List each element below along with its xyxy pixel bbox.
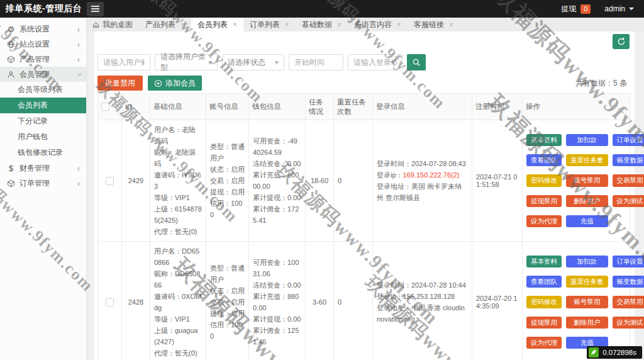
sidebar-item-wallet-change-records[interactable]: 钱包修改记录 <box>0 145 86 160</box>
account-input[interactable] <box>97 54 150 70</box>
set-as-test-button[interactable]: 设为测试 <box>613 317 644 329</box>
set-as-agent-button[interactable]: 设为代理 <box>526 337 562 349</box>
user-menu[interactable]: admin <box>604 4 634 13</box>
sidebar-item-member-level-list[interactable]: 会员等级列表 <box>0 82 86 98</box>
adjust-balance-button[interactable]: 加扣款 <box>566 256 608 267</box>
sidebar-group-site-settings[interactable]: 站点设置‹ <box>0 37 86 52</box>
sidebar-group-label: 产品管理 <box>19 54 50 65</box>
wallet-info-cell: 可用资金：-4940264.59冻结资金：0.00累计充值：60000.00累计… <box>249 120 306 242</box>
set-as-test-button[interactable]: 设为测试 <box>613 195 644 207</box>
info-line: 邀请码：IY9D63 <box>154 169 202 192</box>
sidebar-group-finance-manage[interactable]: $财务管理‹ <box>0 160 86 176</box>
recharge-button[interactable]: 充值 <box>566 215 608 227</box>
info-line: 信用：1000 <box>210 198 245 220</box>
sidebar-group-system-settings[interactable]: ⚙系统设置‹ <box>0 21 86 37</box>
info-line: 代理：暂无(0) <box>154 347 202 359</box>
delete-user-button[interactable]: 删除用户 <box>566 317 608 329</box>
order-settings-button[interactable]: 订单设置 <box>613 256 644 267</box>
close-tab-icon[interactable]: × <box>449 21 453 28</box>
status-select[interactable]: 请选择状态 ▼ <box>222 54 284 70</box>
sidebar-group-member-manage[interactable]: 会员管理‹ <box>0 67 86 82</box>
add-member-button[interactable]: 添加会员 <box>148 76 202 91</box>
sidebar-submenu: 会员等级列表会员列表下分记录用户钱包钱包修改记录 <box>0 82 86 160</box>
column-header: 登录信息 <box>373 94 472 120</box>
select-all-checkbox[interactable] <box>101 103 109 111</box>
withdraw-link[interactable]: 提现 0 <box>561 4 591 14</box>
batch-disable-button[interactable]: 批量禁用 <box>97 76 143 91</box>
reset-task-quota-button[interactable]: 重置任务量 <box>566 276 608 288</box>
sidebar-item-user-wallet[interactable]: 用户钱包 <box>0 129 86 145</box>
row-checkbox[interactable] <box>106 177 114 185</box>
disable-account-button[interactable]: 账号禁用 <box>566 174 608 186</box>
chevron-icon: ‹ <box>77 179 80 188</box>
column-header: 账号信息 <box>206 94 249 120</box>
register-time-cell: 2024-07-21 01:51:58 <box>472 120 523 242</box>
adjust-balance-button[interactable]: 加扣款 <box>566 134 608 146</box>
info-line: 昵称：DD650866 <box>154 268 202 291</box>
info-line: 累计充值：8800.00 <box>253 291 301 313</box>
info-line: 类型：普通用户 <box>210 262 245 285</box>
close-tab-icon[interactable]: × <box>180 21 185 28</box>
basic-info-cell: 用户名：老陆源码昵称：老陆源码邀请码：IY9D63等级：VIP1上级：61548… <box>150 120 206 242</box>
basic-profile-button[interactable]: 基本资料 <box>526 134 562 146</box>
set-as-agent-button[interactable]: 设为代理 <box>526 215 562 227</box>
order-settings-button[interactable]: 订单设置 <box>613 134 644 146</box>
content-card: 请选择用户类型 ▼ 请选择状态 ▼ 批量禁用 <box>94 31 635 360</box>
column-header: 注册时间 <box>472 94 523 120</box>
column-header: 任务情况 <box>306 94 334 120</box>
tab-desktop[interactable]: 我的桌面 <box>86 18 139 31</box>
close-tab-icon[interactable]: × <box>397 21 401 28</box>
disable-trade-button[interactable]: 交易禁用 <box>613 296 644 308</box>
operations-cell: 基本资料加扣款订单设置查看团队重置任务量账变数据密码修改账号禁用交易禁用提现禁用… <box>523 120 630 242</box>
sidebar-group-product-manage[interactable]: 产品管理‹ <box>0 52 86 67</box>
tab-base-data[interactable]: 基础数据× <box>296 18 348 31</box>
disable-account-button[interactable]: 账号禁用 <box>566 296 608 308</box>
tab-label: 产品列表 <box>145 20 175 30</box>
action-row: 批量禁用 添加会员 共有数据：5 条 <box>97 76 631 91</box>
user-type-select[interactable]: 请选择用户类型 ▼ <box>155 54 218 70</box>
change-password-button[interactable]: 密码修改 <box>526 174 562 186</box>
balance-records-button[interactable]: 账变数据 <box>613 154 644 166</box>
disable-trade-button[interactable]: 交易禁用 <box>613 174 644 186</box>
close-tab-icon[interactable]: × <box>233 21 237 28</box>
view-team-button[interactable]: 查看团队 <box>526 276 562 288</box>
withdraw-badge: 0 <box>580 4 591 14</box>
info-line: 交易：启用 <box>210 175 245 186</box>
sidebar-item-member-list[interactable]: 会员列表 <box>0 98 86 113</box>
id-cell: 2429 <box>122 120 150 242</box>
balance-records-button[interactable]: 账变数据 <box>613 276 644 288</box>
search-button[interactable] <box>407 54 426 70</box>
sidebar-item-downscore-records[interactable]: 下分记录 <box>0 113 86 129</box>
start-time-input[interactable] <box>289 54 343 70</box>
view-team-button[interactable]: 查看团队 <box>526 154 562 166</box>
login-ip-input[interactable] <box>348 54 402 70</box>
tab-bar: 我的桌面产品列表×会员列表×订单列表×基础数据×多语言内容×客服链接× <box>86 18 644 31</box>
login-line-value: 2024-07-28 10:44 <box>411 281 466 289</box>
hamburger-menu-button[interactable] <box>87 2 104 16</box>
reset-task-quota-button[interactable]: 重置任务量 <box>566 154 608 166</box>
info-line: 冻结资金：0.00 <box>253 158 301 169</box>
tab-i18n-content[interactable]: 多语言内容× <box>348 18 408 31</box>
disable-withdraw-button[interactable]: 提现禁用 <box>526 317 562 329</box>
close-tab-icon[interactable]: × <box>337 21 341 28</box>
info-line: 用户名：老陆源码 <box>154 124 202 147</box>
tab-label: 会员列表 <box>197 20 228 30</box>
info-line: 邀请码：0XOMdg <box>154 291 202 313</box>
close-tab-icon[interactable]: × <box>285 21 289 28</box>
checkbox-cell <box>98 242 122 360</box>
basic-profile-button[interactable]: 基本资料 <box>526 256 562 267</box>
row-checkbox[interactable] <box>106 298 114 307</box>
sidebar-group-label: 订单管理 <box>19 178 50 189</box>
sidebar-group-order-manage[interactable]: 订单管理‹ <box>0 176 86 191</box>
tab-products[interactable]: 产品列表× <box>139 18 191 31</box>
login-line-label: 登录地址： <box>377 304 411 312</box>
delete-user-button[interactable]: 删除用户 <box>566 195 608 207</box>
info-line: 提现：启用 <box>210 308 245 319</box>
disable-withdraw-button[interactable]: 提现禁用 <box>526 195 562 207</box>
tab-service-link[interactable]: 客服链接× <box>408 18 460 31</box>
refresh-button[interactable] <box>613 34 630 49</box>
tab-members[interactable]: 会员列表× <box>191 18 243 31</box>
change-password-button[interactable]: 密码修改 <box>526 296 562 308</box>
tab-label: 基础数据 <box>302 20 332 30</box>
tab-orders[interactable]: 订单列表× <box>243 18 296 31</box>
